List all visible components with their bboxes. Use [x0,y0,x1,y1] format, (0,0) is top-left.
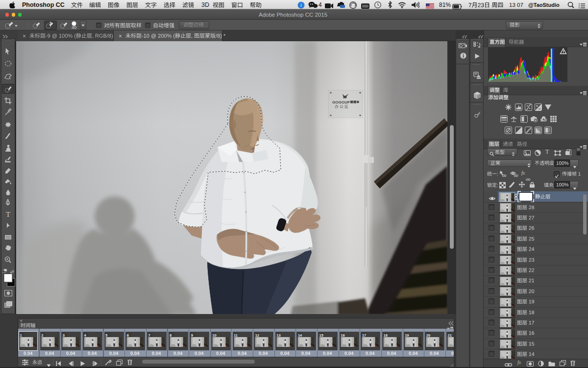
svg-text:GOGOUP: GOGOUP [332,100,350,105]
svg-text:i: i [300,2,302,8]
svg-text:T: T [6,210,10,218]
svg-text:40: 40 [72,25,76,30]
